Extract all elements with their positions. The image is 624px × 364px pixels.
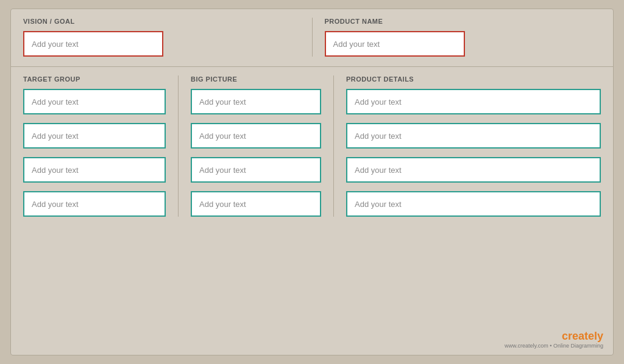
big-picture-item-1[interactable]: Add your text [191, 123, 321, 149]
target-group-label: TARGET GROUP [23, 75, 166, 83]
product-details-label: PRODUCT DETAILS [346, 75, 601, 83]
vision-placeholder-text: Add your text [32, 40, 79, 49]
big-picture-item-0[interactable]: Add your text [191, 89, 321, 114]
big-picture-item-2[interactable]: Add your text [191, 157, 321, 183]
product-name-label: PRODUCT NAME [325, 18, 601, 25]
creately-wordmark: creately [505, 330, 603, 343]
main-canvas: VISION / GOAL Add your text PRODUCT NAME… [10, 9, 614, 355]
creately-url: www.creately.com • Online Diagramming [505, 343, 603, 349]
product-name-section: PRODUCT NAME Add your text [312, 18, 601, 57]
product-details-item-1[interactable]: Add your text [346, 123, 601, 149]
creately-dot: e [588, 330, 594, 342]
vision-label: VISION / GOAL [23, 18, 300, 25]
product-name-text-box[interactable]: Add your text [325, 31, 465, 57]
creately-branding: creately www.creately.com • Online Diagr… [505, 330, 603, 349]
target-group-item-1[interactable]: Add your text [23, 123, 166, 149]
target-group-column: TARGET GROUP Add your text Add your text… [23, 75, 179, 217]
vision-text-box[interactable]: Add your text [23, 31, 163, 57]
target-group-item-3[interactable]: Add your text [23, 191, 166, 217]
product-details-item-0[interactable]: Add your text [346, 89, 601, 114]
product-details-item-3[interactable]: Add your text [346, 191, 601, 217]
creately-text: creat [562, 330, 588, 342]
target-group-item-2[interactable]: Add your text [23, 157, 166, 183]
vision-goal-section: VISION / GOAL Add your text [23, 18, 312, 57]
big-picture-label: BIG PICTURE [191, 75, 321, 83]
bottom-section: TARGET GROUP Add your text Add your text… [11, 67, 613, 229]
product-details-column: PRODUCT DETAILS Add your text Add your t… [334, 75, 601, 217]
target-group-item-0[interactable]: Add your text [23, 89, 166, 114]
product-details-item-2[interactable]: Add your text [346, 157, 601, 183]
big-picture-item-3[interactable]: Add your text [191, 191, 321, 217]
big-picture-column: BIG PICTURE Add your text Add your text … [179, 75, 334, 217]
product-name-placeholder-text: Add your text [333, 40, 380, 49]
creately-ly: ly [594, 330, 603, 342]
top-section: VISION / GOAL Add your text PRODUCT NAME… [11, 9, 613, 67]
